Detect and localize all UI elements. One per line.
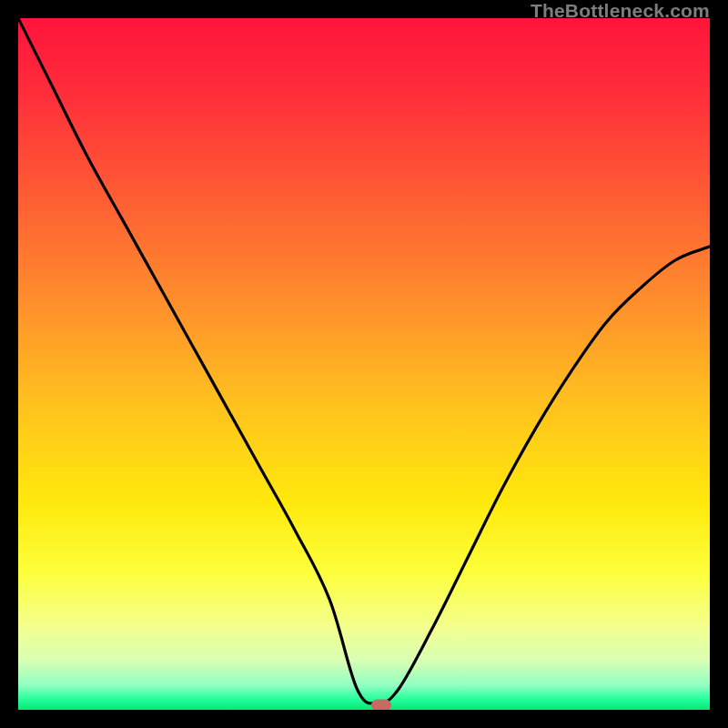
bottleneck-curve [18,18,710,710]
plot-area [18,18,710,710]
chart-frame: TheBottleneck.com [0,0,728,728]
optimum-marker [371,699,391,710]
watermark-text: TheBottleneck.com [531,0,710,22]
